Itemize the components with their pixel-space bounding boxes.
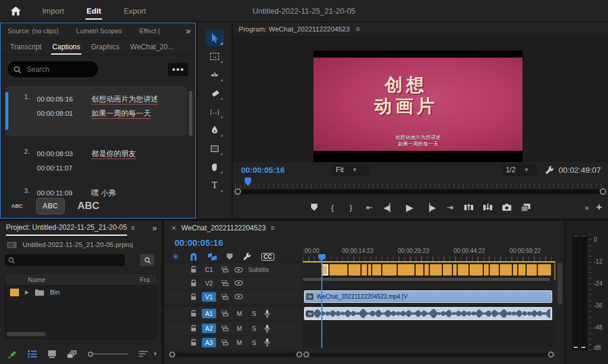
- tab-import[interactable]: Import: [41, 1, 65, 21]
- project-scrollbar[interactable]: [7, 332, 46, 336]
- scrollbar-handle-left[interactable]: [303, 352, 309, 357]
- lift-button[interactable]: [464, 204, 473, 211]
- solo-button[interactable]: S: [249, 324, 259, 333]
- caption-row-1[interactable]: 1. 00:00:05:16 00:00:08:01 创想动画片为您讲述 如果一…: [5, 86, 187, 136]
- add-button[interactable]: +: [596, 201, 602, 213]
- project-file-name[interactable]: Untitled-2022-11-25_21-20-05.prproj: [23, 241, 133, 248]
- track-header-a2[interactable]: A2 M S: [164, 321, 302, 335]
- sequence-tab[interactable]: WeChat_20221122204523: [181, 224, 265, 232]
- audio-clip[interactable]: fx: [304, 307, 552, 320]
- caption-clip[interactable]: [458, 264, 468, 276]
- track-name[interactable]: A1: [202, 309, 216, 318]
- captions-toggle-button[interactable]: CC: [261, 253, 274, 261]
- twirl-icon[interactable]: ▶: [25, 289, 29, 295]
- settings-wrench-icon[interactable]: [545, 166, 554, 175]
- caption-timecodes[interactable]: 00:00:08:03 00:00:11:07: [37, 147, 91, 169]
- caption-clip[interactable]: [453, 264, 457, 276]
- column-frame-rate[interactable]: Fra: [140, 276, 150, 283]
- tab-transcript[interactable]: Transcript: [9, 39, 43, 55]
- zoom-slider-handle[interactable]: [88, 352, 93, 357]
- header-horizontal-scrollbar[interactable]: [170, 353, 302, 357]
- panel-menu-icon[interactable]: ≡: [356, 25, 360, 33]
- rectangle-tool[interactable]: [206, 140, 224, 157]
- caption-timecodes[interactable]: 00:00:11:09: [37, 186, 91, 189]
- timeline-vertical-scrollbar[interactable]: [558, 262, 562, 304]
- caption-style-large-button[interactable]: ABC: [78, 200, 100, 212]
- track-header-a1[interactable]: A1 M S: [164, 306, 302, 321]
- panel-menu-icon[interactable]: ≡: [271, 224, 275, 232]
- caption-clip[interactable]: [416, 264, 423, 276]
- audio-track-1-lane[interactable]: fx: [303, 306, 555, 321]
- track-header-a3[interactable]: A3 M S: [164, 335, 302, 349]
- timeline-timecode[interactable]: 00:00:05:16: [175, 238, 223, 248]
- tab-source[interactable]: Source: (no clips): [8, 27, 59, 34]
- track-header-v1[interactable]: V1: [164, 289, 302, 303]
- caption-clip[interactable]: [538, 264, 551, 276]
- caption-clip[interactable]: [518, 264, 525, 276]
- freeform-view-button[interactable]: [67, 350, 77, 358]
- caption-row-3[interactable]: 3. 00:00:11:09 嘿 小弗: [5, 180, 187, 195]
- mute-button[interactable]: M: [235, 309, 244, 318]
- tab-edit[interactable]: Edit: [86, 1, 103, 21]
- program-monitor-title[interactable]: Program: WeChat_20221122204523: [239, 26, 350, 33]
- add-marker-icon[interactable]: [227, 254, 233, 260]
- snap-magnet-icon[interactable]: [189, 253, 198, 261]
- sync-lock-icon[interactable]: [221, 340, 229, 346]
- tab-captions[interactable]: Captions: [51, 39, 81, 55]
- timeline-settings-wrench-icon[interactable]: [243, 252, 251, 261]
- scrollbar-handle-right[interactable]: [600, 188, 606, 195]
- nest-sequence-icon[interactable]: ✳: [172, 252, 179, 261]
- comparison-view-button[interactable]: [521, 204, 531, 211]
- panel-overflow-icon[interactable]: »: [152, 223, 157, 233]
- playback-resolution-dropdown[interactable]: 1/2▼: [502, 164, 537, 176]
- bin-row[interactable]: ▶ Bin: [5, 286, 156, 299]
- caption-clip[interactable]: [372, 264, 381, 276]
- program-scrubber[interactable]: [235, 178, 606, 188]
- caption-clip[interactable]: [470, 264, 483, 276]
- caption-track-lane[interactable]: [303, 262, 555, 276]
- caption-clip[interactable]: [443, 264, 452, 276]
- track-header-v2[interactable]: V2: [164, 276, 302, 289]
- program-viewer[interactable]: 创想 动画片 创想动画片为您讲述 如果一周的每一天: [233, 36, 608, 162]
- project-tab[interactable]: Project: Untitled-2022-11-25_21-20-05: [6, 221, 127, 236]
- tab-graphics[interactable]: Graphics: [90, 39, 121, 55]
- eye-icon[interactable]: [235, 294, 243, 299]
- zoom-level-dropdown[interactable]: Fit▼: [332, 164, 369, 176]
- track-name[interactable]: V1: [202, 292, 216, 302]
- button-editor-overflow-icon[interactable]: »: [585, 203, 589, 212]
- caption-row-2[interactable]: 2. 00:00:08:03 00:00:11:07 都是你的朋友: [5, 141, 187, 175]
- mute-button[interactable]: M: [235, 338, 244, 347]
- panel-overflow-icon[interactable]: »: [186, 26, 191, 36]
- scrollbar-handle-right[interactable]: [296, 352, 302, 357]
- mark-out-button[interactable]: }: [347, 203, 355, 212]
- lock-icon[interactable]: [191, 325, 197, 332]
- track-name[interactable]: C1: [202, 265, 216, 274]
- solo-button[interactable]: S: [249, 309, 259, 318]
- ripple-edit-tool[interactable]: ◂‖▸: [206, 67, 224, 83]
- scrollbar-handle-left[interactable]: [169, 352, 175, 357]
- track-name[interactable]: V2: [202, 278, 216, 288]
- mic-icon[interactable]: [264, 338, 270, 346]
- sort-button[interactable]: ▼: [139, 351, 158, 357]
- zoom-slider[interactable]: [88, 352, 128, 357]
- more-options-button[interactable]: ●●●: [168, 63, 188, 76]
- sync-lock-icon[interactable]: [221, 311, 229, 316]
- sync-lock-icon[interactable]: [221, 280, 229, 286]
- lock-icon[interactable]: [191, 310, 197, 317]
- type-tool[interactable]: T: [206, 177, 224, 194]
- list-view-button[interactable]: [28, 350, 37, 357]
- project-search-input[interactable]: [5, 254, 125, 266]
- sync-lock-icon[interactable]: [221, 294, 229, 300]
- caption-clip[interactable]: [500, 264, 512, 276]
- mute-button[interactable]: M: [235, 324, 244, 333]
- mic-icon[interactable]: [264, 325, 270, 333]
- bin-name[interactable]: Bin: [50, 289, 60, 296]
- timeline-playhead[interactable]: [321, 254, 322, 348]
- razor-tool[interactable]: [206, 85, 224, 102]
- caption-timecodes[interactable]: 00:00:05:16 00:00:08:01: [37, 92, 91, 130]
- caption-clip[interactable]: [349, 264, 360, 276]
- close-icon[interactable]: ✕: [171, 224, 176, 232]
- audio-track-2-lane[interactable]: [303, 321, 555, 335]
- caption-clip[interactable]: [330, 264, 347, 276]
- caption-clip[interactable]: [527, 264, 537, 276]
